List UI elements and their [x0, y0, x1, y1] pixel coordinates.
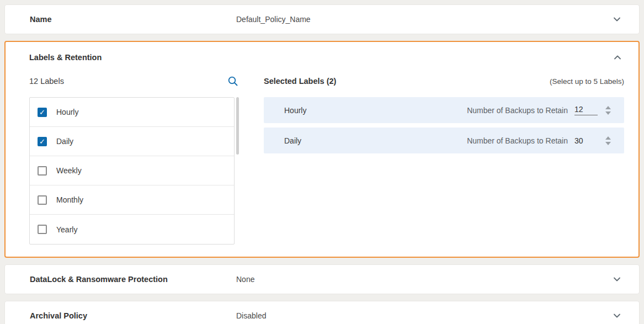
- name-panel: Name Default_Policy_Name: [4, 4, 640, 34]
- stepper-down-icon[interactable]: [605, 142, 611, 145]
- datalock-panel: DataLock & Ransomware Protection None: [4, 264, 640, 294]
- chevron-down-icon[interactable]: [610, 13, 624, 26]
- labels-list-scrollbar: [236, 97, 239, 243]
- retain-count-input[interactable]: 12: [574, 105, 598, 115]
- label-item-text: Yearly: [56, 225, 77, 234]
- checkbox-weekly[interactable]: [38, 166, 47, 176]
- checkbox-daily[interactable]: [38, 137, 47, 146]
- labels-list: Hourly Daily Weekly Monthly: [29, 97, 235, 245]
- retain-count-input[interactable]: 30: [574, 136, 598, 145]
- archival-panel-value: Disabled: [236, 311, 610, 320]
- selected-row-label: Daily: [284, 136, 467, 145]
- selected-labels-hint: (Select up to 5 Labels): [550, 77, 624, 86]
- datalock-panel-title: DataLock & Ransomware Protection: [30, 275, 236, 284]
- chevron-down-icon[interactable]: [610, 273, 624, 286]
- selected-row-daily: Daily Number of Backups to Retain 30: [264, 128, 624, 153]
- retain-count-label: Number of Backups to Retain: [467, 106, 568, 115]
- label-item-text: Weekly: [56, 166, 82, 175]
- labels-count: 12 Labels: [29, 77, 64, 86]
- labels-list-wrap: Hourly Daily Weekly Monthly: [29, 97, 247, 245]
- labels-retention-header[interactable]: Labels & Retention: [6, 42, 638, 67]
- retain-count-stepper: [605, 106, 611, 115]
- labels-column-header: 12 Labels: [29, 71, 247, 92]
- selected-labels-column: Selected Labels (2) (Select up to 5 Labe…: [247, 71, 624, 245]
- stepper-up-icon[interactable]: [605, 136, 611, 140]
- scrollbar-thumb[interactable]: [236, 97, 239, 155]
- labels-retention-body: 12 Labels Hourly Daily: [6, 67, 638, 245]
- label-item-yearly[interactable]: Yearly: [30, 215, 234, 244]
- archival-accordion-row[interactable]: Archival Policy Disabled: [5, 301, 639, 324]
- checkbox-yearly[interactable]: [38, 225, 47, 234]
- datalock-panel-value: None: [236, 275, 610, 284]
- stepper-down-icon[interactable]: [605, 111, 611, 115]
- label-item-daily[interactable]: Daily: [30, 127, 234, 156]
- name-accordion-row[interactable]: Name Default_Policy_Name: [5, 5, 639, 34]
- label-item-text: Hourly: [56, 108, 78, 116]
- labels-retention-title: Labels & Retention: [29, 53, 102, 62]
- retain-count-stepper: [605, 136, 611, 145]
- stepper-up-icon[interactable]: [605, 106, 611, 109]
- name-panel-title: Name: [30, 15, 236, 24]
- labels-retention-panel: Labels & Retention 12 Labels Hourly: [4, 41, 640, 258]
- archival-panel-title: Archival Policy: [30, 311, 236, 320]
- label-item-text: Monthly: [56, 195, 83, 204]
- label-item-monthly[interactable]: Monthly: [30, 185, 234, 215]
- labels-column: 12 Labels Hourly Daily: [29, 71, 247, 245]
- label-item-hourly[interactable]: Hourly: [30, 98, 234, 127]
- checkbox-hourly[interactable]: [38, 108, 47, 117]
- search-icon[interactable]: [227, 76, 238, 87]
- name-panel-value: Default_Policy_Name: [236, 15, 610, 24]
- retain-count-label: Number of Backups to Retain: [467, 136, 568, 145]
- label-item-text: Daily: [56, 137, 73, 146]
- chevron-up-icon[interactable]: [611, 51, 624, 64]
- selected-labels-header: Selected Labels (2) (Select up to 5 Labe…: [264, 71, 624, 92]
- checkbox-monthly[interactable]: [38, 195, 47, 205]
- archival-panel: Archival Policy Disabled: [4, 301, 640, 324]
- datalock-accordion-row[interactable]: DataLock & Ransomware Protection None: [5, 265, 639, 294]
- selected-row-hourly: Hourly Number of Backups to Retain 12: [264, 97, 624, 123]
- label-item-weekly[interactable]: Weekly: [30, 156, 234, 185]
- chevron-down-icon[interactable]: [610, 309, 624, 322]
- selected-labels-title: Selected Labels (2): [264, 77, 336, 86]
- selected-row-label: Hourly: [284, 106, 467, 115]
